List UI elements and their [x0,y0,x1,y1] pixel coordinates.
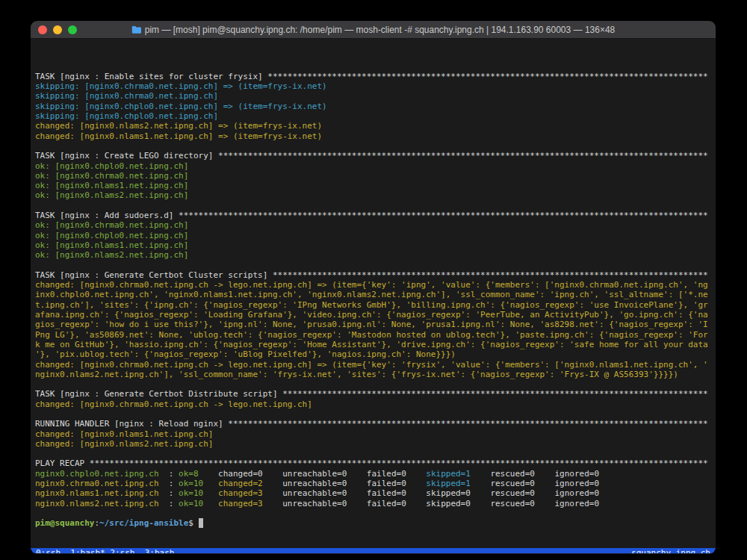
terminal-line: gios_regexp': 'how do i use this?'}, 'ip… [35,320,711,329]
status-hostname: squanchy.ipng.ch [631,548,710,553]
terminal-line: t.ipng.ch'], 'sites': {'ipng.ch': {'nagi… [35,300,711,310]
terminal-line: changed: [nginx0.nlams2.net.ipng.ch] [35,439,711,449]
terminal-line: k me on GitHub'}, 'hassio.ipng.ch': {'na… [35,340,711,349]
terminal-line: TASK [nginx : Add sudoers.d] ***********… [35,211,711,220]
screen-status-bar: 0:ssh 1:bash* 2:ssh- 3:bash squanchy.ipn… [31,548,716,553]
terminal-line: changed: [nginx0.nlams1.net.ipng.ch] [35,429,711,439]
terminal-line: ok: [nginx0.nlams2.net.ipng.ch] [35,190,711,200]
terminal-line: Png LG'}, 'as50869.net': None, 'ublog.te… [35,330,711,340]
terminal-line: ok: [nginx0.chplo0.net.ipng.ch] [35,231,711,240]
terminal-line: nginx0.nlams2.net.ipng.ch'], 'ssl_common… [35,370,711,379]
terminal-line [35,261,711,270]
window-title: pim — [mosh] pim@squanchy.ipng.ch: /home… [131,25,616,35]
terminal-line: changed: [nginx0.chrma0.net.ipng.ch -> l… [35,399,711,409]
desktop: pim — [mosh] pim@squanchy.ipng.ch: /home… [0,0,747,560]
terminal-output[interactable]: TASK [nginx : Enable sites for cluster f… [31,39,716,553]
terminal-line: skipping: [nginx0.chrma0.net.ipng.ch] [35,91,711,101]
zoom-button[interactable] [68,25,77,34]
terminal-line: inx0.chplo0.net.ipng.ch', 'nginx0.nlams1… [35,290,711,299]
terminal-line: changed: [nginx0.nlams2.net.ipng.ch] => … [35,121,711,131]
window-titlebar[interactable]: pim — [mosh] pim@squanchy.ipng.ch: /home… [31,21,716,39]
window-title-text: pim — [mosh] pim@squanchy.ipng.ch: /home… [145,25,616,35]
terminal-line: afana.ipng.ch': {'nagios_regexp': 'Loadi… [35,310,711,320]
status-windows-list: 0:ssh 1:bash* 2:ssh- 3:bash [36,548,174,553]
minimize-button[interactable] [53,25,62,34]
terminal-line: nginx0.nlams2.net.ipng.ch : ok=10 change… [35,499,711,508]
terminal-line: TASK [nginx : Generate Certbot Cluster s… [35,270,711,280]
terminal-line [35,201,711,211]
terminal-line: RUNNING HANDLER [nginx : Reload nginx] *… [35,419,711,429]
terminal-line: changed: [nginx0.nlams1.net.ipng.ch] => … [35,131,711,141]
terminal-line: changed: [nginx0.chrma0.net.ipng.ch -> l… [35,360,711,370]
terminal-line: skipping: [nginx0.chplo0.net.ipng.ch] [35,111,711,121]
terminal-line [35,141,711,151]
terminal-line: ok: [nginx0.chplo0.net.ipng.ch] [35,161,711,171]
terminal-line: nginx0.chplo0.net.ipng.ch : ok=8 changed… [35,469,711,479]
terminal-line: TASK [nginx : Enable sites for cluster f… [35,72,711,81]
terminal-line: changed: [nginx0.chrma0.net.ipng.ch -> l… [35,280,711,290]
terminal-line: ok: [nginx0.chrma0.net.ipng.ch] [35,220,711,230]
terminal-line: TASK [nginx : Generate Certbot Distribut… [35,389,711,399]
terminal-rows: TASK [nginx : Enable sites for cluster f… [35,62,711,529]
terminal-line: PLAY RECAP *****************************… [35,458,711,468]
terminal-line: ok: [nginx0.nlams2.net.ipng.ch] [35,250,711,260]
terminal-line [35,409,711,419]
terminal-line: nginx0.nlams1.net.ipng.ch : ok=10 change… [35,488,711,498]
terminal-line [35,379,711,389]
terminal-line [35,62,711,72]
terminal-line: TASK [nginx : Create LEGO directory] ***… [35,151,711,161]
terminal-line: '}, 'pix.ublog.tech': {'nagios_regexp': … [35,349,711,359]
terminal-line: skipping: [nginx0.chrma0.net.ipng.ch] =>… [35,81,711,91]
terminal-line: ok: [nginx0.nlams1.net.ipng.ch] [35,240,711,250]
terminal-line: ok: [nginx0.chrma0.net.ipng.ch] [35,171,711,181]
terminal-line: nginx0.chrma0.net.ipng.ch : ok=10 change… [35,479,711,488]
terminal-line: pim@squanchy:~/src/ipng-ansible$ [35,518,711,528]
terminal-line: ok: [nginx0.nlams1.net.ipng.ch] [35,181,711,190]
close-button[interactable] [38,25,47,34]
terminal-line [35,449,711,458]
terminal-line: skipping: [nginx0.chplo0.net.ipng.ch] =>… [35,102,711,111]
folder-icon [131,25,141,34]
terminal-line [35,508,711,518]
terminal-cursor [199,518,204,528]
traffic-lights [38,21,77,38]
terminal-window: pim — [mosh] pim@squanchy.ipng.ch: /home… [31,21,716,554]
